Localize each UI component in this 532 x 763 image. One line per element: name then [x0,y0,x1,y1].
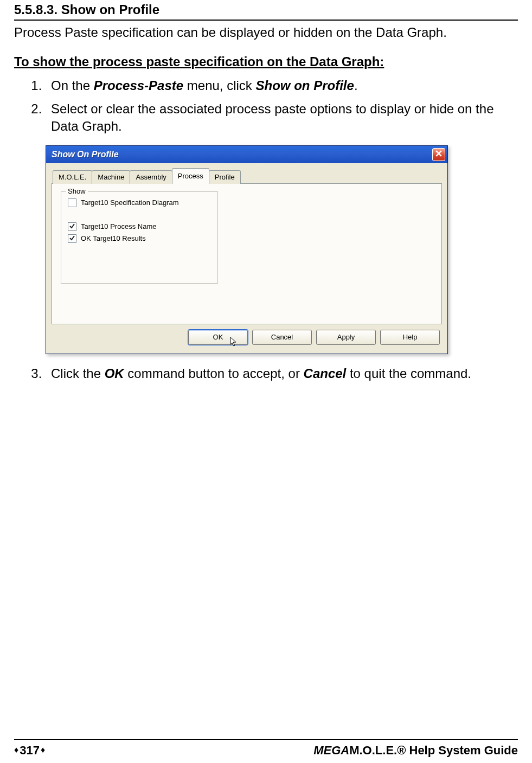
tab-profile[interactable]: Profile [209,170,241,184]
show-groupbox: Show Target10 Specification Diagram [61,191,218,284]
cancel-ref: Cancel [304,366,347,381]
page-number: ♦ 317 ♦ [14,743,45,758]
footer-title: MEGAM.O.L.E.® Help System Guide [313,743,518,758]
step-3: Click the OK command button to accept, o… [46,365,518,382]
procedure-list-cont: Click the OK command button to accept, o… [14,365,518,382]
step-1: On the Process-Paste menu, click Show on… [46,77,518,94]
ok-button[interactable]: OK [188,330,248,345]
ok-ref: OK [105,366,124,381]
checkbox-ok-results[interactable] [68,234,76,243]
cursor-icon [230,337,238,348]
page-footer: ♦ 317 ♦ MEGAM.O.L.E.® Help System Guide [14,739,518,758]
section-title: Show on Profile [61,2,159,17]
diamond-icon: ♦ [41,746,45,754]
option-label: Target10 Process Name [81,222,156,230]
option-ok-results[interactable]: OK Target10 Results [68,234,211,243]
intro-text: Process Paste specification can be displ… [14,24,518,41]
tab-mole[interactable]: M.O.L.E. [53,170,92,184]
close-button[interactable] [432,148,445,161]
show-on-profile-dialog: Show On Profile M.O.L.E. Machine Assembl… [46,145,448,354]
tab-strip: M.O.L.E. Machine Assembly Process Profil… [53,168,442,183]
section-number: 5.5.8.3. [14,2,57,17]
tab-assembly[interactable]: Assembly [130,170,172,184]
groupbox-label: Show [66,187,88,195]
procedure-heading: To show the process paste specification … [14,54,518,69]
option-label: OK Target10 Results [81,234,146,242]
apply-button[interactable]: Apply [316,330,376,345]
help-button[interactable]: Help [380,330,440,345]
heading-rule [14,20,518,21]
menu-action: Show on Profile [256,78,354,93]
checkmark-icon [69,234,75,242]
dialog-button-row: OK Cancel Apply Help [52,324,442,350]
checkbox-spec-diagram[interactable] [68,198,76,207]
checkmark-icon [69,222,75,230]
dialog-title: Show On Profile [52,150,119,159]
procedure-list: On the Process-Paste menu, click Show on… [14,77,518,135]
option-label: Target10 Specification Diagram [81,198,179,207]
option-spec-diagram[interactable]: Target10 Specification Diagram [68,198,211,207]
close-icon [435,150,442,158]
tab-process[interactable]: Process [172,168,209,184]
dialog-titlebar[interactable]: Show On Profile [46,146,447,163]
checkbox-process-name[interactable] [68,222,76,231]
diamond-icon: ♦ [14,746,18,754]
tab-machine[interactable]: Machine [92,170,130,184]
option-process-name[interactable]: Target10 Process Name [68,222,211,231]
step-2: Select or clear the associated process p… [46,100,518,136]
section-heading: 5.5.8.3. Show on Profile [14,2,518,17]
cancel-button[interactable]: Cancel [252,330,312,345]
tab-panel-process: Show Target10 Specification Diagram [52,183,442,324]
menu-name: Process-Paste [94,78,183,93]
